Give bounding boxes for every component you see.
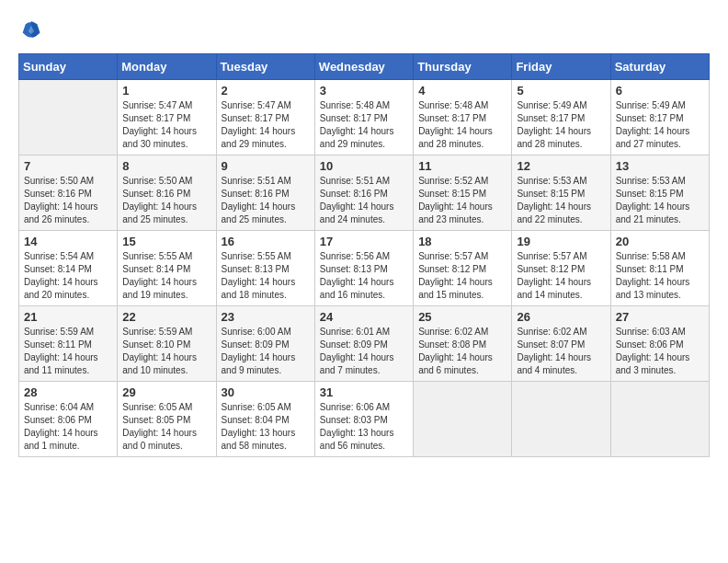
day-number: 21 [24, 310, 112, 324]
day-number: 27 [616, 310, 704, 324]
day-info: Sunrise: 5:53 AMSunset: 8:15 PMDaylight:… [517, 175, 605, 226]
calendar-cell [610, 382, 709, 457]
calendar-cell: 27Sunrise: 6:03 AMSunset: 8:06 PMDayligh… [610, 306, 709, 382]
day-info: Sunrise: 5:58 AMSunset: 8:11 PMDaylight:… [616, 250, 704, 302]
calendar-cell: 8Sunrise: 5:50 AMSunset: 8:16 PMDaylight… [118, 155, 216, 231]
calendar-cell: 3Sunrise: 5:48 AMSunset: 8:17 PMDaylight… [314, 80, 413, 155]
day-info: Sunrise: 6:05 AMSunset: 8:04 PMDaylight:… [222, 401, 310, 453]
calendar-cell: 16Sunrise: 5:55 AMSunset: 8:13 PMDayligh… [216, 231, 314, 306]
calendar-cell: 7Sunrise: 5:50 AMSunset: 8:16 PMDaylight… [19, 155, 118, 231]
day-number: 28 [24, 385, 112, 399]
day-info: Sunrise: 6:05 AMSunset: 8:05 PMDaylight:… [122, 401, 210, 453]
day-info: Sunrise: 5:57 AMSunset: 8:12 PMDaylight:… [418, 250, 506, 302]
day-number: 7 [24, 159, 112, 173]
day-number: 29 [122, 385, 210, 399]
day-number: 5 [517, 84, 605, 98]
day-info: Sunrise: 6:03 AMSunset: 8:06 PMDaylight:… [616, 326, 704, 377]
calendar-cell: 11Sunrise: 5:52 AMSunset: 8:15 PMDayligh… [414, 155, 512, 231]
calendar-week-2: 7Sunrise: 5:50 AMSunset: 8:16 PMDaylight… [19, 155, 710, 231]
day-info: Sunrise: 6:00 AMSunset: 8:09 PMDaylight:… [222, 326, 310, 377]
day-info: Sunrise: 5:50 AMSunset: 8:16 PMDaylight:… [24, 175, 112, 226]
day-number: 11 [418, 159, 506, 173]
day-number: 24 [320, 310, 408, 324]
day-info: Sunrise: 5:50 AMSunset: 8:16 PMDaylight:… [122, 175, 210, 226]
day-info: Sunrise: 5:57 AMSunset: 8:12 PMDaylight:… [517, 250, 605, 302]
day-number: 17 [320, 235, 408, 248]
day-number: 18 [418, 235, 506, 248]
calendar-cell: 9Sunrise: 5:51 AMSunset: 8:16 PMDaylight… [216, 155, 314, 231]
calendar-cell: 21Sunrise: 5:59 AMSunset: 8:11 PMDayligh… [19, 306, 118, 382]
day-info: Sunrise: 5:49 AMSunset: 8:17 PMDaylight:… [517, 99, 605, 151]
day-number: 23 [222, 310, 310, 324]
day-info: Sunrise: 5:51 AMSunset: 8:16 PMDaylight:… [320, 175, 408, 226]
day-info: Sunrise: 5:47 AMSunset: 8:17 PMDaylight:… [222, 99, 310, 151]
day-info: Sunrise: 5:54 AMSunset: 8:14 PMDaylight:… [24, 250, 112, 302]
calendar-cell: 24Sunrise: 6:01 AMSunset: 8:09 PMDayligh… [314, 306, 413, 382]
day-number: 31 [320, 385, 408, 399]
day-number: 6 [616, 84, 704, 98]
day-info: Sunrise: 5:56 AMSunset: 8:13 PMDaylight:… [320, 250, 408, 302]
calendar-cell: 12Sunrise: 5:53 AMSunset: 8:15 PMDayligh… [512, 155, 610, 231]
calendar-cell: 15Sunrise: 5:55 AMSunset: 8:14 PMDayligh… [118, 231, 216, 306]
calendar-week-1: 1Sunrise: 5:47 AMSunset: 8:17 PMDaylight… [19, 80, 710, 155]
calendar-cell: 26Sunrise: 6:02 AMSunset: 8:07 PMDayligh… [512, 306, 610, 382]
calendar-week-4: 21Sunrise: 5:59 AMSunset: 8:11 PMDayligh… [19, 306, 710, 382]
weekday-header-saturday: Saturday [610, 54, 709, 80]
calendar-cell: 10Sunrise: 5:51 AMSunset: 8:16 PMDayligh… [314, 155, 413, 231]
day-number: 12 [517, 159, 605, 173]
day-info: Sunrise: 6:01 AMSunset: 8:09 PMDaylight:… [320, 326, 408, 377]
calendar-week-3: 14Sunrise: 5:54 AMSunset: 8:14 PMDayligh… [19, 231, 710, 306]
logo [18, 18, 48, 44]
calendar-cell: 6Sunrise: 5:49 AMSunset: 8:17 PMDaylight… [610, 80, 709, 155]
day-info: Sunrise: 5:48 AMSunset: 8:17 PMDaylight:… [320, 99, 408, 151]
day-info: Sunrise: 6:04 AMSunset: 8:06 PMDaylight:… [24, 401, 112, 453]
calendar-cell: 30Sunrise: 6:05 AMSunset: 8:04 PMDayligh… [216, 382, 314, 457]
weekday-header-thursday: Thursday [414, 54, 512, 80]
day-number: 13 [616, 159, 704, 173]
calendar-cell [512, 382, 610, 457]
weekday-header-wednesday: Wednesday [314, 54, 413, 80]
day-number: 4 [418, 84, 506, 98]
page-header [18, 18, 710, 44]
day-info: Sunrise: 5:51 AMSunset: 8:16 PMDaylight:… [222, 175, 310, 226]
calendar-cell [19, 80, 118, 155]
day-info: Sunrise: 5:53 AMSunset: 8:15 PMDaylight:… [616, 175, 704, 226]
day-number: 3 [320, 84, 408, 98]
day-number: 25 [418, 310, 506, 324]
calendar-cell: 25Sunrise: 6:02 AMSunset: 8:08 PMDayligh… [414, 306, 512, 382]
calendar-cell: 19Sunrise: 5:57 AMSunset: 8:12 PMDayligh… [512, 231, 610, 306]
day-number: 10 [320, 159, 408, 173]
calendar-table: SundayMondayTuesdayWednesdayThursdayFrid… [18, 53, 710, 457]
day-info: Sunrise: 5:47 AMSunset: 8:17 PMDaylight:… [122, 99, 210, 151]
day-info: Sunrise: 6:02 AMSunset: 8:08 PMDaylight:… [418, 326, 506, 377]
day-info: Sunrise: 6:02 AMSunset: 8:07 PMDaylight:… [517, 326, 605, 377]
calendar-cell: 5Sunrise: 5:49 AMSunset: 8:17 PMDaylight… [512, 80, 610, 155]
logo-icon [18, 18, 44, 44]
weekday-header-sunday: Sunday [19, 54, 118, 80]
day-number: 8 [122, 159, 210, 173]
calendar-cell: 22Sunrise: 5:59 AMSunset: 8:10 PMDayligh… [118, 306, 216, 382]
day-info: Sunrise: 5:49 AMSunset: 8:17 PMDaylight:… [616, 99, 704, 151]
calendar-cell: 29Sunrise: 6:05 AMSunset: 8:05 PMDayligh… [118, 382, 216, 457]
calendar-cell: 14Sunrise: 5:54 AMSunset: 8:14 PMDayligh… [19, 231, 118, 306]
day-info: Sunrise: 5:55 AMSunset: 8:14 PMDaylight:… [122, 250, 210, 302]
day-number: 22 [122, 310, 210, 324]
day-number: 16 [222, 235, 310, 248]
day-number: 19 [517, 235, 605, 248]
day-number: 9 [222, 159, 310, 173]
day-number: 26 [517, 310, 605, 324]
calendar-cell: 17Sunrise: 5:56 AMSunset: 8:13 PMDayligh… [314, 231, 413, 306]
calendar-cell: 2Sunrise: 5:47 AMSunset: 8:17 PMDaylight… [216, 80, 314, 155]
day-info: Sunrise: 5:52 AMSunset: 8:15 PMDaylight:… [418, 175, 506, 226]
calendar-cell: 1Sunrise: 5:47 AMSunset: 8:17 PMDaylight… [118, 80, 216, 155]
day-number: 1 [122, 84, 210, 98]
day-info: Sunrise: 6:06 AMSunset: 8:03 PMDaylight:… [320, 401, 408, 453]
day-number: 15 [122, 235, 210, 248]
day-info: Sunrise: 5:59 AMSunset: 8:10 PMDaylight:… [122, 326, 210, 377]
calendar-cell: 18Sunrise: 5:57 AMSunset: 8:12 PMDayligh… [414, 231, 512, 306]
day-number: 14 [24, 235, 112, 248]
day-number: 20 [616, 235, 704, 248]
calendar-week-5: 28Sunrise: 6:04 AMSunset: 8:06 PMDayligh… [19, 382, 710, 457]
calendar-cell: 31Sunrise: 6:06 AMSunset: 8:03 PMDayligh… [314, 382, 413, 457]
weekday-header-monday: Monday [118, 54, 216, 80]
